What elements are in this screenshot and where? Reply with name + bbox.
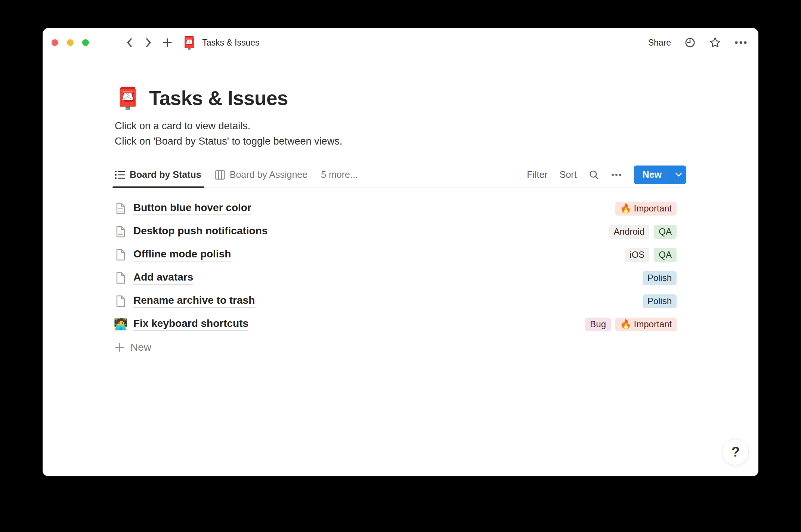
task-row[interactable]: Button blue hover color🔥 Important — [115, 197, 686, 220]
updates-clock-icon[interactable] — [684, 37, 696, 48]
help-button-label: ? — [732, 444, 740, 460]
tag-blue: Polish — [643, 294, 677, 308]
window-titlebar: 📮 Tasks & Issues Share — [43, 28, 758, 57]
task-list: Button blue hover color🔥 ImportantDeskto… — [115, 197, 686, 336]
task-tags: AndroidQA — [609, 225, 686, 239]
task-row[interactable]: Offline mode polishiOSQA — [115, 243, 686, 266]
tag-green: QA — [654, 225, 677, 239]
board-view-icon — [215, 170, 225, 180]
description-line: Click on a card to view details. — [115, 118, 686, 134]
forward-icon[interactable] — [143, 37, 153, 48]
new-button-label[interactable]: New — [634, 166, 671, 184]
page-header: 📮 Tasks & Issues — [115, 86, 686, 111]
favorite-star-icon[interactable] — [709, 37, 721, 48]
add-new-row-label: New — [130, 341, 151, 353]
notion-app-window: 📮 Tasks & Issues Share 📮 Tasks & Issues … — [43, 28, 758, 476]
task-title[interactable]: Rename archive to trash — [133, 294, 255, 308]
zoom-window-button[interactable] — [82, 39, 89, 46]
tag-red: 🔥 Important — [615, 318, 677, 331]
tab-page-title: Tasks & Issues — [202, 38, 259, 48]
more-views-link[interactable]: 5 more... — [321, 169, 358, 180]
description-line: Click on 'Board by Status' to toggle bet… — [115, 134, 686, 149]
back-icon[interactable] — [125, 37, 134, 48]
view-tab-label: Board by Assignee — [230, 169, 307, 180]
task-row[interactable]: Desktop push notificationsAndroidQA — [115, 220, 686, 243]
task-tags: iOSQA — [625, 248, 686, 262]
page-icon — [115, 272, 127, 284]
sidebar-menu-icon[interactable] — [102, 38, 117, 47]
page-text-icon — [115, 202, 127, 214]
tab-page-emoji: 📮 — [182, 37, 197, 49]
tag-green: QA — [654, 248, 677, 262]
technologist-emoji: 🧑‍💻 — [115, 319, 127, 330]
search-icon[interactable] — [589, 170, 599, 180]
view-tab-label: Board by Status — [130, 169, 201, 180]
new-button-chevron-down-icon[interactable] — [671, 166, 686, 184]
help-button[interactable]: ? — [723, 439, 749, 465]
task-tags: Bug🔥 Important — [585, 318, 686, 331]
minimize-window-button[interactable] — [67, 39, 74, 46]
view-options-icon[interactable] — [611, 173, 622, 176]
list-view-icon — [115, 170, 125, 180]
task-title[interactable]: Add avatars — [133, 271, 193, 285]
page-icon — [115, 295, 127, 307]
page-description: Click on a card to view details. Click o… — [115, 118, 686, 149]
close-window-button[interactable] — [52, 39, 58, 46]
tag-blue: Polish — [643, 271, 677, 285]
more-options-icon[interactable] — [734, 41, 747, 44]
view-tab-board-by-status[interactable]: Board by Status — [115, 162, 201, 188]
tag-gray: Android — [609, 225, 650, 239]
task-title[interactable]: Offline mode polish — [133, 248, 231, 262]
view-tab-bar: Board by StatusBoard by Assignee 5 more.… — [115, 162, 686, 188]
page-emoji: 📮 — [115, 86, 141, 111]
task-title[interactable]: Desktop push notifications — [133, 225, 267, 238]
task-title[interactable]: Button blue hover color — [133, 202, 251, 215]
view-tab-board-by-assignee[interactable]: Board by Assignee — [215, 162, 307, 188]
tag-pink: Bug — [585, 318, 611, 331]
traffic-lights — [52, 39, 89, 46]
tag-gray: iOS — [625, 248, 649, 262]
task-row[interactable]: 🧑‍💻Fix keyboard shortcutsBug🔥 Important — [115, 313, 686, 336]
filter-button[interactable]: Filter — [527, 169, 548, 180]
task-row[interactable]: Rename archive to trashPolish — [115, 290, 686, 313]
new-tab-plus-icon[interactable] — [162, 37, 173, 48]
page-icon — [115, 249, 127, 261]
task-title[interactable]: Fix keyboard shortcuts — [133, 318, 248, 331]
task-tags: 🔥 Important — [615, 202, 686, 216]
tag-red: 🔥 Important — [615, 202, 677, 216]
sort-button[interactable]: Sort — [560, 169, 577, 180]
add-new-row-button[interactable]: New — [115, 336, 686, 359]
new-button[interactable]: New — [634, 166, 686, 184]
task-row[interactable]: Add avatarsPolish — [115, 266, 686, 290]
share-button[interactable]: Share — [648, 38, 671, 48]
task-tags: Polish — [643, 294, 686, 308]
page-text-icon — [115, 226, 127, 238]
task-tags: Polish — [643, 271, 686, 285]
page-title: Tasks & Issues — [149, 86, 288, 111]
